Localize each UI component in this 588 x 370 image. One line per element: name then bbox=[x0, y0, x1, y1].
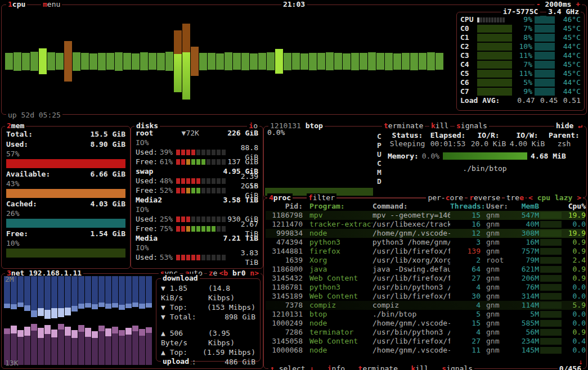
proc-command: java -Dswing.defaul bbox=[372, 265, 450, 274]
kill-footer-button[interactable]: kill bbox=[411, 364, 429, 370]
disk-io-label: IO% bbox=[136, 205, 258, 214]
detail-stats-values: Sleeping00:01:5320.0 KiB4.00 KiBzsh bbox=[388, 139, 582, 148]
hide-button[interactable]: hide ↵ bbox=[554, 121, 584, 130]
net-graph-body bbox=[85, 276, 91, 303]
meter-block bbox=[186, 150, 190, 155]
process-row[interactable]: 1186781python3/usr/bin/python3 /h4gnm76M… bbox=[266, 283, 585, 292]
process-row[interactable]: 3144881firefox/usr/lib/firefox/fi139gnm7… bbox=[266, 247, 585, 256]
core-usage-graph bbox=[477, 43, 512, 51]
cpu-graph-bar bbox=[267, 52, 275, 70]
net-stat-row: ▼ Total:898 GiB bbox=[156, 312, 260, 322]
reverse-toggle[interactable]: reverse bbox=[468, 193, 502, 202]
net-download-graph bbox=[4, 276, 155, 321]
kill-label: ill bbox=[436, 121, 448, 130]
process-row[interactable]: 1186798mpvmpv --geometry=146215gnm547M19… bbox=[266, 211, 585, 220]
process-row[interactable]: 1186800javajava -Dswing.defaul64gnm621M0… bbox=[266, 265, 585, 274]
net-graph-column bbox=[78, 325, 84, 365]
terminate-button[interactable]: terminate bbox=[382, 121, 425, 130]
load-avg-row: Load AVG:0.470.450.51 bbox=[460, 96, 581, 105]
cpu-box-title[interactable]: 1cpu bbox=[6, 0, 27, 9]
core-temp-graph bbox=[535, 43, 555, 51]
proc-user: gnm bbox=[485, 310, 511, 319]
disk-meter-percent: 39% bbox=[160, 147, 177, 157]
proc-box-title[interactable]: 4proc bbox=[267, 193, 293, 202]
proc-command: /usr/lib/firefox/fi bbox=[372, 292, 450, 301]
sort-right-arrow[interactable]: > bbox=[577, 193, 581, 202]
meter-block bbox=[176, 178, 180, 184]
signals-footer-button[interactable]: signals bbox=[442, 364, 473, 370]
select-control[interactable]: ↑ select ↓ bbox=[270, 364, 314, 370]
cpu-graph-bar bbox=[174, 30, 182, 92]
proc-program: node bbox=[306, 229, 372, 238]
net-graph-cap bbox=[85, 328, 91, 337]
process-row[interactable]: 1211470tracker-extract/usr/libexec/track… bbox=[266, 220, 585, 229]
select-down-icon[interactable]: ↓ bbox=[309, 364, 314, 370]
core-label: C1 bbox=[460, 33, 477, 42]
process-row[interactable]: 999834node/home/gnm/.vscode-s12gnm308M19… bbox=[266, 229, 585, 238]
proc-cpu-mini-graph bbox=[540, 266, 562, 273]
cpu-graph-bar bbox=[5, 53, 13, 70]
memory-box-title[interactable]: 2mem bbox=[5, 121, 26, 130]
process-row[interactable]: 1000068node/home/gnm/.vscode-s11gnm145M0… bbox=[266, 346, 585, 355]
disks-io-toggle[interactable]: io bbox=[247, 121, 259, 130]
proc-command: /usr/lib/xorg/Xorg bbox=[372, 256, 450, 265]
disk-meter-row: Free:75%2.67 TiB bbox=[136, 224, 258, 233]
meter-block bbox=[207, 226, 210, 232]
meter-block bbox=[196, 188, 200, 193]
interface-next-button[interactable]: n> bbox=[250, 269, 259, 277]
process-row[interactable]: 7286terminator/usr/bin/python3 /u4gnm56M… bbox=[266, 328, 585, 337]
kill-button[interactable]: kill bbox=[429, 121, 450, 130]
filter-button[interactable]: filter bbox=[307, 193, 336, 202]
proc-cpu-mini-graph bbox=[540, 311, 562, 318]
proc-program: firefox bbox=[306, 247, 372, 256]
proc-cpu-percent: 0.0 bbox=[563, 292, 586, 301]
process-row[interactable]: 474394python3python3 /home/gnm/b3gnm16M0… bbox=[266, 238, 585, 247]
process-row[interactable]: 7378compizcompiz4gnm114M5.9 bbox=[266, 301, 585, 310]
cpu-graph-bar bbox=[309, 53, 317, 70]
interface-prev-button[interactable]: <b bbox=[219, 269, 228, 277]
net-stats-spacer bbox=[156, 322, 260, 328]
process-row[interactable]: 3145432Web Content/usr/lib/firefox/fi27g… bbox=[266, 274, 585, 283]
process-detail-box: 1210131 btop terminate kill signals hide… bbox=[263, 126, 587, 198]
detail-stat-header: Status: bbox=[388, 131, 427, 139]
meter-block bbox=[217, 150, 221, 155]
core-usage-percent: 9% bbox=[514, 15, 535, 24]
per-core-toggle[interactable]: per-core bbox=[426, 193, 465, 202]
process-row[interactable]: 1210131btop./bin/btop5gnm5M0.0 bbox=[266, 310, 585, 319]
meter-block bbox=[212, 255, 216, 260]
menu-button[interactable]: menu bbox=[41, 0, 62, 9]
cpu-graph-bar bbox=[351, 53, 359, 70]
info-button[interactable]: info bbox=[327, 364, 345, 370]
proc-program: Web Content bbox=[306, 274, 372, 283]
memory-box-hotkey: 2 bbox=[7, 121, 11, 130]
proc-cpu-percent: 2.4 bbox=[563, 256, 586, 265]
terminate-footer-button[interactable]: terminate bbox=[358, 364, 398, 370]
proc-program: compiz bbox=[306, 301, 372, 310]
cpu-core-row: C511%45°C bbox=[460, 69, 581, 78]
terminate-footer-label: erminate bbox=[362, 364, 398, 370]
signals-label: ignals bbox=[461, 121, 487, 130]
detail-stat-header: Parent: bbox=[546, 131, 582, 139]
proc-pid: 999834 bbox=[266, 229, 306, 238]
process-row[interactable]: 3145058Web Content/usr/lib/firefox/fi27g… bbox=[266, 337, 585, 346]
process-row[interactable]: 1000249node/home/gnm/.vscode-s15gnm585M0… bbox=[266, 319, 585, 328]
proc-pid: 3145189 bbox=[266, 292, 306, 301]
signals-button[interactable]: signals bbox=[455, 121, 489, 130]
mem-available-row: Available:6.66 GiB bbox=[6, 169, 125, 179]
process-row[interactable]: 3145189Web Content/usr/lib/firefox/fi30g… bbox=[266, 292, 585, 301]
net-graph-column bbox=[92, 331, 98, 365]
core-label: C3 bbox=[460, 51, 477, 60]
process-row[interactable]: 1639Xorg/usr/lib/xorg/Xorg2root79M2.4 bbox=[266, 256, 585, 265]
memory-box-title-text: mem bbox=[11, 121, 24, 130]
filter-label: ilter bbox=[313, 193, 335, 202]
disk-meter-label: Used: bbox=[136, 176, 160, 186]
interface-selector[interactable]: <b br0 n> bbox=[218, 269, 261, 278]
net-stat-label: ▼ 1.85 KiB/s bbox=[161, 283, 208, 303]
tree-toggle[interactable]: tree bbox=[505, 193, 526, 202]
proc-cpu-mini-graph bbox=[540, 302, 562, 309]
core-temp-cell bbox=[535, 52, 557, 60]
sort-left-arrow[interactable]: < bbox=[528, 193, 533, 202]
detail-stat-value: 00:01:53 bbox=[427, 139, 469, 148]
select-up-icon[interactable]: ↑ bbox=[270, 364, 275, 370]
net-graph-cap bbox=[119, 305, 125, 310]
